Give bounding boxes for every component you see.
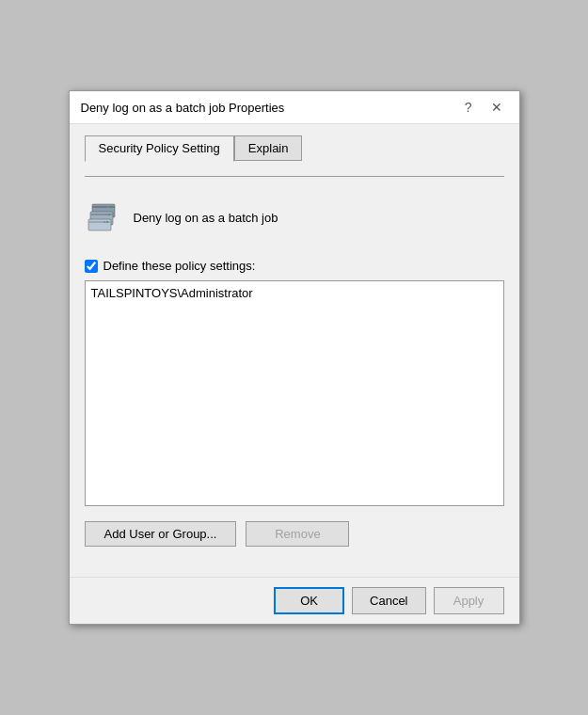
title-bar: Deny log on as a batch job Properties ? … bbox=[70, 91, 519, 124]
tabs: Security Policy Setting Explain bbox=[85, 135, 504, 161]
title-bar-left: Deny log on as a batch job Properties bbox=[81, 101, 285, 115]
dialog-footer: OK Cancel Apply bbox=[70, 577, 519, 624]
tab-explain[interactable]: Explain bbox=[234, 135, 303, 161]
action-buttons: Add User or Group... Remove bbox=[85, 521, 504, 547]
svg-point-6 bbox=[108, 214, 110, 215]
svg-rect-8 bbox=[88, 219, 111, 230]
ok-button[interactable]: OK bbox=[274, 587, 344, 614]
svg-point-10 bbox=[106, 221, 108, 223]
users-list-box: TAILSPINTOYS\Administrator bbox=[85, 280, 504, 506]
define-policy-label[interactable]: Define these policy settings: bbox=[103, 259, 256, 273]
svg-point-3 bbox=[107, 206, 109, 208]
add-user-or-group-button[interactable]: Add User or Group... bbox=[85, 521, 237, 547]
tabs-container: Security Policy Setting Explain bbox=[85, 135, 504, 177]
policy-header: Deny log on as a batch job bbox=[85, 191, 504, 244]
svg-point-11 bbox=[103, 221, 105, 223]
server-svg-icon bbox=[85, 199, 122, 236]
user-entry: TAILSPINTOYS\Administrator bbox=[91, 285, 498, 301]
title-bar-actions: ? ✕ bbox=[459, 99, 508, 116]
remove-button[interactable]: Remove bbox=[246, 521, 349, 547]
svg-point-2 bbox=[110, 206, 112, 208]
help-button[interactable]: ? bbox=[459, 99, 478, 116]
server-icon bbox=[85, 199, 122, 236]
dialog-window: Deny log on as a batch job Properties ? … bbox=[69, 90, 520, 625]
checkbox-row: Define these policy settings: bbox=[85, 259, 504, 273]
close-button[interactable]: ✕ bbox=[485, 99, 508, 116]
svg-point-7 bbox=[105, 214, 107, 215]
dialog-title: Deny log on as a batch job Properties bbox=[81, 101, 285, 115]
tab-security-policy-setting[interactable]: Security Policy Setting bbox=[85, 135, 234, 162]
cancel-button[interactable]: Cancel bbox=[352, 587, 425, 614]
apply-button[interactable]: Apply bbox=[434, 587, 504, 614]
policy-title: Deny log on as a batch job bbox=[134, 211, 278, 225]
define-policy-checkbox[interactable] bbox=[85, 260, 98, 273]
dialog-body: Security Policy Setting Explain bbox=[70, 124, 519, 577]
